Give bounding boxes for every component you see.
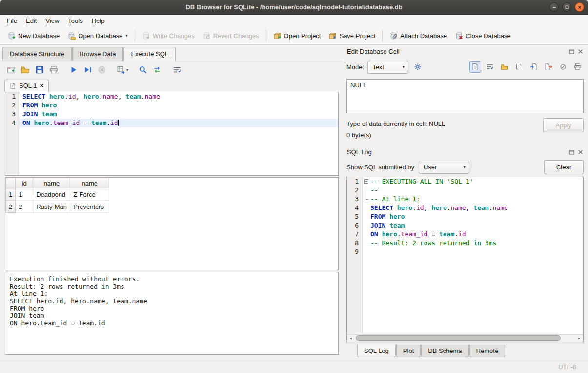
open-database-button[interactable]: Open Database▾ <box>63 29 132 42</box>
result-cell[interactable]: 2 <box>16 201 33 213</box>
result-cell[interactable]: Preventers <box>70 201 109 213</box>
result-cell[interactable]: Rusty-Man <box>33 201 70 213</box>
result-cell[interactable]: Deadpond <box>33 188 70 201</box>
scroll-right-icon[interactable]: ▸ <box>575 335 583 342</box>
table-row: 22Rusty-ManPreventers <box>6 201 109 213</box>
attach-database-button[interactable]: Attach Database <box>385 29 451 42</box>
menu-view[interactable]: View <box>41 15 63 26</box>
fold-marker[interactable]: − <box>363 177 370 186</box>
scrollbar-thumb[interactable] <box>356 335 561 341</box>
open-project-icon <box>273 32 282 40</box>
chevron-down-icon[interactable]: ▾ <box>125 33 128 38</box>
close-panel-icon[interactable] <box>578 149 583 155</box>
copy-button[interactable] <box>513 61 525 73</box>
fold-guide <box>363 195 370 204</box>
close-panel-icon[interactable] <box>578 49 583 54</box>
print-button[interactable] <box>47 63 60 76</box>
horizontal-scrollbar[interactable]: ◂ ▸ <box>347 334 583 342</box>
dock-tab-db-schema[interactable]: DB Schema <box>421 345 468 357</box>
float-panel-icon[interactable] <box>569 49 574 54</box>
tab-database-structure[interactable]: Database Structure <box>2 47 72 61</box>
results-corner-header[interactable] <box>6 178 16 188</box>
cell-value-editor[interactable]: NULL <box>346 79 584 113</box>
editor-line: 3JOIN team <box>5 110 338 119</box>
titlebar[interactable]: DB Browser for SQLite - /home/user/code/… <box>0 0 588 15</box>
menu-help[interactable]: Help <box>87 15 109 26</box>
column-header-id-0[interactable]: id <box>16 178 33 188</box>
log-line: 6JOIN team <box>347 221 583 230</box>
tab-sql-1[interactable]: SQL 1 <box>4 80 49 92</box>
submitter-select[interactable]: User ▾ <box>419 161 469 174</box>
word-wrap-button[interactable] <box>171 63 183 76</box>
import-button[interactable] <box>528 61 540 73</box>
find-button[interactable] <box>137 63 149 76</box>
line-number-gutter <box>5 127 19 175</box>
editor-line: 1SELECT hero.id, hero.name, team.name <box>5 92 338 101</box>
execute-all-button[interactable] <box>67 63 80 76</box>
replace-button[interactable] <box>151 63 163 76</box>
export-icon <box>545 63 552 71</box>
auto-mode-button[interactable] <box>411 61 424 73</box>
log-line: 4SELECT hero.id, hero.name, team.name <box>347 204 583 212</box>
copy-icon <box>515 63 523 71</box>
word-wrap-button[interactable] <box>484 61 496 73</box>
import-icon <box>530 63 538 71</box>
sql-file-icon <box>9 83 16 89</box>
find-icon <box>139 65 147 74</box>
maximize-button[interactable] <box>562 2 571 12</box>
open-sql-file-button[interactable] <box>19 63 32 76</box>
log-line-number: 2 <box>347 186 363 195</box>
dock-tab-plot[interactable]: Plot <box>396 345 421 357</box>
execute-current-line-button[interactable] <box>81 63 94 76</box>
sql-editor[interactable]: 1SELECT hero.id, hero.name, team.name2FR… <box>5 92 339 176</box>
open-file-button[interactable] <box>499 61 510 73</box>
export-results-button[interactable]: ▾ <box>116 63 129 76</box>
tab-browse-data[interactable]: Browse Data <box>72 47 123 61</box>
row-header[interactable]: 1 <box>6 188 16 201</box>
menu-tools[interactable]: Tools <box>63 15 87 26</box>
column-header-name-2[interactable]: name <box>70 178 109 188</box>
open-database-icon <box>67 32 76 40</box>
new-tab-button[interactable] <box>5 63 18 76</box>
minimize-button[interactable] <box>549 2 559 12</box>
close-database-button[interactable]: Close Database <box>451 29 515 42</box>
save-project-button[interactable]: Save Project <box>324 29 379 42</box>
sql-tab-label: SQL 1 <box>19 82 37 89</box>
column-header-name-1[interactable]: name <box>33 178 70 188</box>
results-grid[interactable]: idnamename11DeadpondZ-Force22Rusty-ManPr… <box>5 177 339 270</box>
dock-tab-sql-log[interactable]: SQL Log <box>357 345 396 357</box>
export-button[interactable] <box>543 61 554 73</box>
menu-edit[interactable]: Edit <box>21 15 41 26</box>
tab-execute-sql[interactable]: Execute SQL <box>123 47 176 61</box>
editor-code-line: JOIN team <box>19 110 338 119</box>
cell-editor-icon-toolbar <box>469 61 584 73</box>
clear-button[interactable]: Clear <box>544 160 584 174</box>
dock-tab-remote[interactable]: Remote <box>469 345 506 357</box>
scrollbar-track[interactable] <box>355 335 575 342</box>
sql-log-view[interactable]: 1−-- EXECUTING ALL IN 'SQL 1'2--3-- At l… <box>346 177 584 342</box>
close-button[interactable] <box>575 2 584 12</box>
result-cell[interactable]: Z-Force <box>70 188 109 201</box>
execute-all-icon <box>69 65 78 74</box>
float-panel-icon[interactable] <box>569 149 574 155</box>
close-tab-icon[interactable] <box>40 83 44 88</box>
print-button[interactable] <box>572 61 584 73</box>
row-header[interactable]: 2 <box>6 201 16 213</box>
new-database-button[interactable]: New Database <box>3 29 63 42</box>
collapse-icon[interactable]: − <box>364 179 368 184</box>
log-gutter-filler <box>347 256 363 334</box>
log-code-line: JOIN team <box>370 221 405 230</box>
left-pane: Database StructureBrowse DataExecute SQL… <box>0 45 343 360</box>
main-toolbar: New DatabaseOpen Database▾Write ChangesR… <box>0 27 588 45</box>
text-mode-button[interactable] <box>469 61 481 73</box>
window-controls <box>549 2 584 12</box>
result-cell[interactable]: 1 <box>16 188 33 201</box>
scroll-left-icon[interactable]: ◂ <box>347 335 355 342</box>
mode-select[interactable]: Text ▾ <box>367 61 408 74</box>
open-project-button[interactable]: Open Project <box>269 29 325 42</box>
save-sql-file-button[interactable] <box>33 63 46 76</box>
editor-code-line: SELECT hero.id, hero.name, team.name <box>19 92 338 101</box>
menu-file[interactable]: File <box>2 15 21 26</box>
execution-status[interactable]: Execution finished without errors. Resul… <box>5 272 339 355</box>
set-null-button[interactable] <box>557 61 569 73</box>
